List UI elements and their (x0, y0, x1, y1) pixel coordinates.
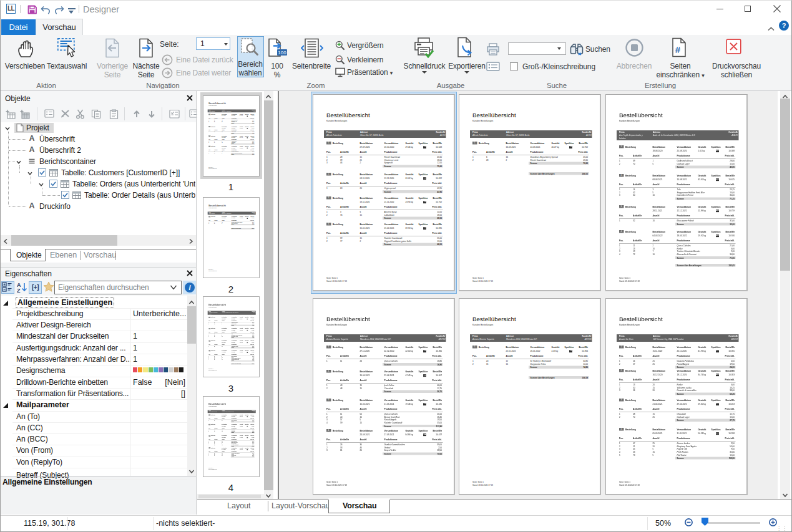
svg-text:100: 100 (278, 50, 286, 56)
svg-text:Z: Z (17, 288, 21, 293)
svg-text:#: # (675, 44, 681, 55)
